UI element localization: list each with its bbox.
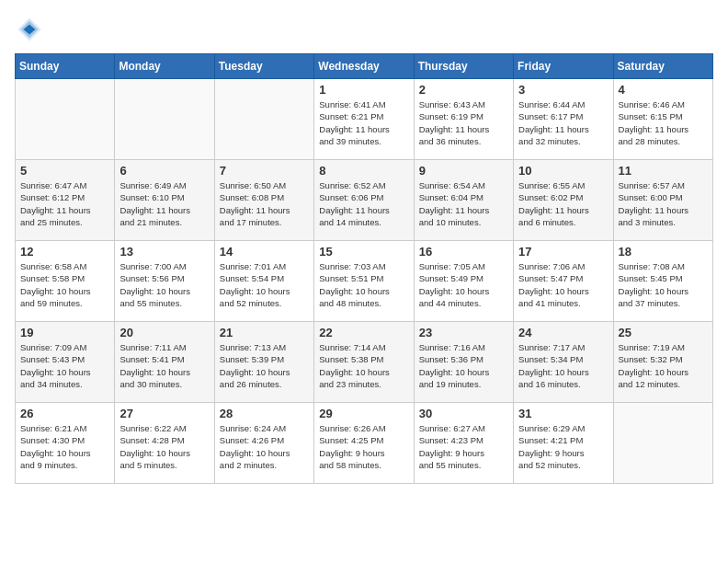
- day-info: Sunrise: 6:50 AM Sunset: 6:08 PM Dayligh…: [220, 179, 309, 228]
- calendar-cell: [214, 79, 313, 160]
- day-number: 13: [119, 245, 209, 259]
- calendar-week-5: 26Sunrise: 6:21 AM Sunset: 4:30 PM Dayli…: [16, 403, 713, 484]
- calendar-cell: 18Sunrise: 7:08 AM Sunset: 5:45 PM Dayli…: [613, 241, 712, 322]
- calendar-cell: 26Sunrise: 6:21 AM Sunset: 4:30 PM Dayli…: [16, 403, 115, 484]
- logo: [15, 15, 48, 44]
- day-number: 4: [619, 83, 708, 97]
- calendar-cell: 8Sunrise: 6:52 AM Sunset: 6:06 PM Daylig…: [314, 160, 414, 241]
- day-info: Sunrise: 7:13 AM Sunset: 5:39 PM Dayligh…: [220, 341, 309, 390]
- day-number: 19: [20, 326, 109, 339]
- day-number: 23: [419, 326, 508, 339]
- calendar-cell: [613, 403, 712, 484]
- day-info: Sunrise: 6:54 AM Sunset: 6:04 PM Dayligh…: [419, 179, 508, 228]
- day-info: Sunrise: 6:41 AM Sunset: 6:21 PM Dayligh…: [319, 98, 408, 147]
- calendar-cell: 6Sunrise: 6:49 AM Sunset: 6:10 PM Daylig…: [115, 160, 214, 241]
- calendar-cell: [16, 79, 115, 160]
- calendar-cell: 1Sunrise: 6:41 AM Sunset: 6:21 PM Daylig…: [314, 79, 414, 160]
- calendar-cell: 3Sunrise: 6:44 AM Sunset: 6:17 PM Daylig…: [514, 79, 613, 160]
- day-info: Sunrise: 7:09 AM Sunset: 5:43 PM Dayligh…: [20, 341, 109, 390]
- day-number: 20: [119, 326, 209, 339]
- day-number: 3: [518, 83, 608, 97]
- day-info: Sunrise: 6:27 AM Sunset: 4:23 PM Dayligh…: [419, 422, 508, 471]
- day-info: Sunrise: 7:17 AM Sunset: 5:34 PM Dayligh…: [518, 341, 608, 390]
- weekday-header-sunday: Sunday: [16, 54, 115, 79]
- day-info: Sunrise: 6:58 AM Sunset: 5:58 PM Dayligh…: [20, 260, 109, 309]
- weekday-header-saturday: Saturday: [613, 54, 712, 79]
- day-number: 10: [518, 164, 608, 178]
- day-info: Sunrise: 6:22 AM Sunset: 4:28 PM Dayligh…: [119, 422, 209, 471]
- weekday-header-friday: Friday: [514, 54, 613, 79]
- calendar-cell: 4Sunrise: 6:46 AM Sunset: 6:15 PM Daylig…: [613, 79, 712, 160]
- calendar-cell: 11Sunrise: 6:57 AM Sunset: 6:00 PM Dayli…: [613, 160, 712, 241]
- calendar-cell: 17Sunrise: 7:06 AM Sunset: 5:47 PM Dayli…: [514, 241, 613, 322]
- day-number: 18: [619, 245, 708, 259]
- calendar-cell: 16Sunrise: 7:05 AM Sunset: 5:49 PM Dayli…: [414, 241, 513, 322]
- day-info: Sunrise: 6:57 AM Sunset: 6:00 PM Dayligh…: [619, 179, 708, 228]
- day-number: 29: [319, 407, 408, 420]
- calendar-cell: 13Sunrise: 7:00 AM Sunset: 5:56 PM Dayli…: [115, 241, 214, 322]
- calendar-table: SundayMondayTuesdayWednesdayThursdayFrid…: [15, 53, 713, 484]
- day-info: Sunrise: 6:29 AM Sunset: 4:21 PM Dayligh…: [518, 422, 608, 471]
- day-number: 6: [119, 164, 209, 178]
- calendar-cell: 21Sunrise: 7:13 AM Sunset: 5:39 PM Dayli…: [214, 322, 313, 403]
- calendar-cell: 12Sunrise: 6:58 AM Sunset: 5:58 PM Dayli…: [16, 241, 115, 322]
- day-number: 8: [319, 164, 408, 178]
- day-number: 15: [319, 245, 408, 259]
- calendar-week-3: 12Sunrise: 6:58 AM Sunset: 5:58 PM Dayli…: [16, 241, 713, 322]
- day-info: Sunrise: 7:01 AM Sunset: 5:54 PM Dayligh…: [220, 260, 309, 309]
- day-number: 9: [419, 164, 508, 178]
- day-info: Sunrise: 7:00 AM Sunset: 5:56 PM Dayligh…: [119, 260, 209, 309]
- calendar-body: 1Sunrise: 6:41 AM Sunset: 6:21 PM Daylig…: [16, 79, 713, 484]
- day-info: Sunrise: 7:05 AM Sunset: 5:49 PM Dayligh…: [419, 260, 508, 309]
- page-header: [15, 15, 713, 44]
- calendar-cell: 25Sunrise: 7:19 AM Sunset: 5:32 PM Dayli…: [613, 322, 712, 403]
- day-number: 2: [419, 83, 508, 97]
- day-info: Sunrise: 6:21 AM Sunset: 4:30 PM Dayligh…: [20, 422, 109, 471]
- calendar-cell: 31Sunrise: 6:29 AM Sunset: 4:21 PM Dayli…: [514, 403, 613, 484]
- day-info: Sunrise: 7:14 AM Sunset: 5:38 PM Dayligh…: [319, 341, 408, 390]
- day-info: Sunrise: 7:08 AM Sunset: 5:45 PM Dayligh…: [619, 260, 708, 309]
- calendar-cell: 29Sunrise: 6:26 AM Sunset: 4:25 PM Dayli…: [314, 403, 414, 484]
- calendar-cell: 19Sunrise: 7:09 AM Sunset: 5:43 PM Dayli…: [16, 322, 115, 403]
- calendar-cell: 2Sunrise: 6:43 AM Sunset: 6:19 PM Daylig…: [414, 79, 513, 160]
- day-number: 1: [319, 83, 408, 97]
- day-number: 27: [119, 407, 209, 420]
- day-info: Sunrise: 6:43 AM Sunset: 6:19 PM Dayligh…: [419, 98, 508, 147]
- day-number: 11: [619, 164, 708, 178]
- day-info: Sunrise: 6:55 AM Sunset: 6:02 PM Dayligh…: [518, 179, 608, 228]
- calendar-cell: 7Sunrise: 6:50 AM Sunset: 6:08 PM Daylig…: [214, 160, 313, 241]
- weekday-header-tuesday: Tuesday: [214, 54, 313, 79]
- day-info: Sunrise: 6:46 AM Sunset: 6:15 PM Dayligh…: [619, 98, 708, 147]
- day-number: 30: [419, 407, 508, 420]
- calendar-cell: 5Sunrise: 6:47 AM Sunset: 6:12 PM Daylig…: [16, 160, 115, 241]
- calendar-cell: 9Sunrise: 6:54 AM Sunset: 6:04 PM Daylig…: [414, 160, 513, 241]
- day-info: Sunrise: 7:19 AM Sunset: 5:32 PM Dayligh…: [619, 341, 708, 390]
- day-info: Sunrise: 7:03 AM Sunset: 5:51 PM Dayligh…: [319, 260, 408, 309]
- logo-icon: [15, 15, 44, 44]
- day-info: Sunrise: 7:11 AM Sunset: 5:41 PM Dayligh…: [119, 341, 209, 390]
- day-info: Sunrise: 6:49 AM Sunset: 6:10 PM Dayligh…: [119, 179, 209, 228]
- calendar-cell: 30Sunrise: 6:27 AM Sunset: 4:23 PM Dayli…: [414, 403, 513, 484]
- calendar-cell: 15Sunrise: 7:03 AM Sunset: 5:51 PM Dayli…: [314, 241, 414, 322]
- day-number: 12: [20, 245, 109, 259]
- weekday-row: SundayMondayTuesdayWednesdayThursdayFrid…: [16, 54, 713, 79]
- calendar-cell: 14Sunrise: 7:01 AM Sunset: 5:54 PM Dayli…: [214, 241, 313, 322]
- day-number: 22: [319, 326, 408, 339]
- day-number: 17: [518, 245, 608, 259]
- calendar-cell: 22Sunrise: 7:14 AM Sunset: 5:38 PM Dayli…: [314, 322, 414, 403]
- day-info: Sunrise: 6:52 AM Sunset: 6:06 PM Dayligh…: [319, 179, 408, 228]
- day-number: 25: [619, 326, 708, 339]
- calendar-cell: [115, 79, 214, 160]
- day-info: Sunrise: 6:44 AM Sunset: 6:17 PM Dayligh…: [518, 98, 608, 147]
- day-info: Sunrise: 7:16 AM Sunset: 5:36 PM Dayligh…: [419, 341, 508, 390]
- day-number: 26: [20, 407, 109, 420]
- weekday-header-thursday: Thursday: [414, 54, 513, 79]
- calendar-week-1: 1Sunrise: 6:41 AM Sunset: 6:21 PM Daylig…: [16, 79, 713, 160]
- day-number: 21: [220, 326, 309, 339]
- calendar-header: SundayMondayTuesdayWednesdayThursdayFrid…: [16, 54, 713, 79]
- calendar-cell: 24Sunrise: 7:17 AM Sunset: 5:34 PM Dayli…: [514, 322, 613, 403]
- day-number: 14: [220, 245, 309, 259]
- day-number: 28: [220, 407, 309, 420]
- day-number: 24: [518, 326, 608, 339]
- day-number: 31: [518, 407, 608, 420]
